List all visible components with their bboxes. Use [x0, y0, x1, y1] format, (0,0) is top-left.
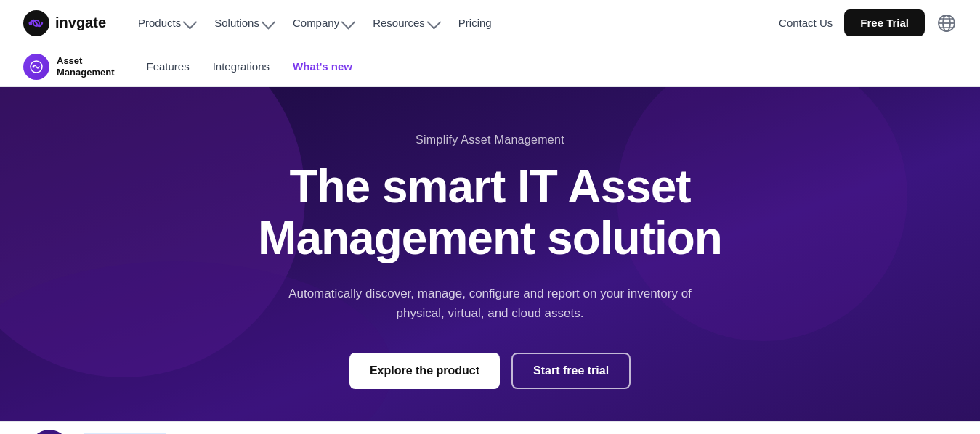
nav-company[interactable]: Company [284, 11, 361, 35]
nav-pricing[interactable]: Pricing [450, 11, 501, 35]
logo-icon [23, 10, 49, 36]
nav-products[interactable]: Products [129, 11, 203, 35]
chevron-down-icon [341, 15, 356, 29]
bottom-strip [0, 421, 980, 434]
hero-section: Simplify Asset Management The smart IT A… [0, 87, 980, 421]
hero-buttons: Explore the product Start free trial [258, 353, 722, 389]
hero-title: The smart IT AssetManagement solution [258, 161, 722, 263]
chevron-down-icon [426, 15, 441, 29]
bottom-logo-circle [29, 430, 70, 435]
asset-management-icon [29, 60, 44, 74]
logo-text: invgate [55, 15, 106, 31]
nav-left: invgate Products Solutions Company Resou… [23, 10, 501, 36]
product-icon [23, 54, 49, 80]
svg-point-2 [29, 21, 33, 25]
sub-nav-integrations[interactable]: Integrations [204, 56, 278, 77]
sub-nav-whats-new[interactable]: What's new [284, 56, 361, 77]
svg-point-9 [33, 65, 35, 67]
product-identity: AssetManagement [23, 54, 114, 80]
hero-content: Simplify Asset Management The smart IT A… [258, 134, 722, 388]
sub-nav-features[interactable]: Features [137, 56, 198, 77]
contact-us-link[interactable]: Contact Us [779, 17, 833, 29]
chevron-down-icon [261, 15, 275, 29]
nav-resources[interactable]: Resources [364, 11, 447, 35]
sub-nav: AssetManagement Features Integrations Wh… [0, 46, 980, 87]
product-name: AssetManagement [57, 55, 114, 78]
free-trial-button[interactable]: Free Trial [844, 9, 925, 36]
nav-right: Contact Us Free Trial [779, 9, 957, 36]
globe-icon[interactable] [936, 13, 957, 33]
start-free-trial-button[interactable]: Start free trial [511, 353, 631, 389]
explore-product-button[interactable]: Explore the product [349, 353, 500, 389]
product-name-text: AssetManagement [57, 55, 114, 78]
top-nav: invgate Products Solutions Company Resou… [0, 0, 980, 46]
hero-description: Automatically discover, manage, configur… [265, 284, 716, 323]
chevron-down-icon [183, 15, 198, 29]
nav-links: Products Solutions Company Resources Pri… [129, 11, 501, 35]
hero-subtitle: Simplify Asset Management [258, 134, 722, 147]
logo[interactable]: invgate [23, 10, 106, 36]
nav-solutions[interactable]: Solutions [206, 11, 281, 35]
sub-nav-links: Features Integrations What's new [137, 56, 361, 77]
